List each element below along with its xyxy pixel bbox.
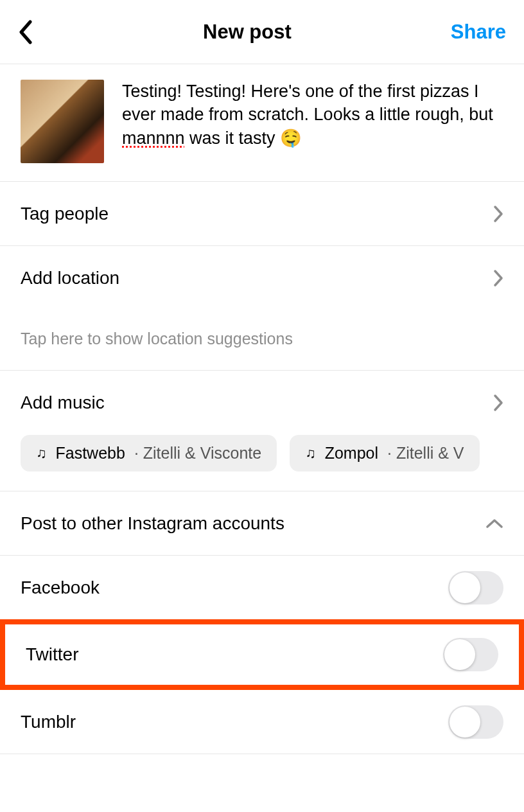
share-twitter-row: Twitter (5, 624, 519, 685)
music-note-icon: ♫ (305, 445, 316, 462)
twitter-highlight: Twitter (0, 619, 524, 690)
music-chip[interactable]: ♫ Fastwebb · Zitelli & Visconte (21, 435, 277, 472)
tumblr-toggle[interactable] (448, 705, 503, 739)
chevron-right-icon (493, 205, 503, 223)
post-other-accounts-label: Post to other Instagram accounts (21, 513, 284, 534)
post-thumbnail[interactable] (21, 80, 104, 163)
chevron-right-icon (493, 269, 503, 287)
share-facebook-label: Facebook (21, 578, 100, 598)
caption-text-pre: Testing! Testing! Here's one of the firs… (122, 82, 493, 124)
share-button[interactable]: Share (451, 21, 506, 44)
share-tumblr-row: Tumblr (0, 690, 524, 754)
music-chip-title: Fastwebb (56, 444, 125, 463)
music-section: Add music ♫ Fastwebb · Zitelli & Viscont… (0, 371, 524, 491)
caption-misspelled-word: mannnn (122, 128, 185, 148)
share-tumblr-label: Tumblr (21, 712, 76, 732)
facebook-toggle[interactable] (448, 571, 503, 605)
add-location-row[interactable]: Add location (0, 246, 524, 310)
caption-text-post: was it tasty 🤤 (185, 128, 302, 148)
twitter-toggle[interactable] (443, 638, 498, 671)
music-chip-artist: Zitelli & Visconte (143, 444, 261, 462)
music-suggestions: ♫ Fastwebb · Zitelli & Visconte ♫ Zompol… (0, 435, 524, 472)
chevron-up-icon (485, 518, 503, 529)
tag-people-label: Tag people (21, 204, 109, 224)
page-title: New post (44, 21, 451, 44)
post-other-accounts-row[interactable]: Post to other Instagram accounts (0, 491, 524, 556)
caption-input[interactable]: Testing! Testing! Here's one of the firs… (122, 80, 503, 163)
location-suggestions-hint[interactable]: Tap here to show location suggestions (0, 310, 524, 371)
music-chip-title: Zompol (325, 444, 378, 463)
tag-people-row[interactable]: Tag people (0, 182, 524, 246)
music-note-icon: ♫ (36, 445, 47, 462)
music-chip[interactable]: ♫ Zompol · Zitelli & V (290, 435, 479, 472)
add-location-label: Add location (21, 268, 119, 288)
chevron-right-icon (493, 394, 503, 412)
add-music-label: Add music (21, 393, 105, 413)
share-facebook-row: Facebook (0, 556, 524, 620)
chevron-left-icon (18, 20, 32, 44)
add-music-row[interactable]: Add music (0, 371, 524, 435)
compose-area: Testing! Testing! Here's one of the firs… (0, 64, 524, 182)
back-button[interactable] (18, 20, 44, 44)
music-chip-artist: Zitelli & V (396, 444, 464, 462)
header: New post Share (0, 0, 524, 64)
share-twitter-label: Twitter (26, 644, 78, 665)
